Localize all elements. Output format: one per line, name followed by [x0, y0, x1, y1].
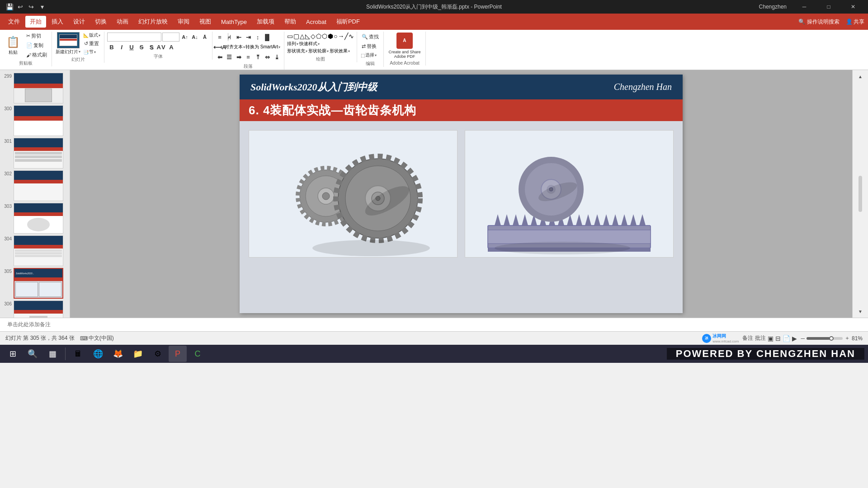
slide-thumb-306[interactable]: 306	[0, 300, 70, 318]
shape-fill-button[interactable]: 形状填充 ▾	[287, 48, 307, 54]
taskbar-settings[interactable]: ⚙	[149, 346, 167, 362]
pentagon-shape[interactable]: ⬠	[316, 33, 321, 40]
rtriangle-shape[interactable]: ◺	[305, 33, 310, 40]
menu-review[interactable]: 审阅	[173, 16, 194, 28]
start-button[interactable]: ⊞	[4, 346, 22, 362]
slide-thumb-305[interactable]: 305 SolidWorks2020...	[0, 267, 70, 300]
menu-home[interactable]: 开始	[25, 16, 46, 28]
taskbar-edge[interactable]: 🌐	[89, 346, 107, 362]
align-right-button[interactable]: ➡	[234, 52, 243, 61]
hexagon-shape[interactable]: ⬡	[322, 33, 327, 40]
new-slide-preview[interactable]	[57, 32, 80, 48]
cut-button[interactable]: ✂ 剪切	[24, 32, 49, 40]
find-button[interactable]: 🔍 查找	[360, 33, 381, 41]
octagon-shape[interactable]: ⬢	[328, 33, 333, 40]
notes-view-button[interactable]: 备注	[742, 334, 753, 342]
columns-button[interactable]: ▐▌	[263, 33, 272, 42]
zoom-out-button[interactable]: ─	[801, 335, 805, 342]
curve-shape[interactable]: ∿	[349, 33, 354, 40]
justify-button[interactable]: ≡	[244, 52, 253, 61]
scroll-down-button[interactable]: ▼	[856, 307, 865, 316]
zoom-slider[interactable]	[807, 337, 843, 340]
round-rect-shape[interactable]: ▢	[293, 33, 299, 40]
normal-view-button[interactable]: ▣	[768, 335, 774, 342]
copy-button[interactable]: 📄 复制	[24, 41, 49, 50]
menu-slideshow[interactable]: 幻灯片放映	[134, 16, 172, 28]
close-button[interactable]: ✕	[843, 0, 863, 14]
layout-button[interactable]: 📐 版式 ▾	[82, 32, 101, 39]
section-button[interactable]: 📑 节 ▾	[82, 48, 101, 56]
bullet-list-button[interactable]: ≡	[215, 33, 224, 42]
bold-button[interactable]: B	[107, 42, 116, 52]
gear-image-right[interactable]	[465, 130, 674, 258]
triangle-shape[interactable]: △	[300, 33, 305, 40]
menu-insert[interactable]: 插入	[47, 16, 68, 28]
reset-button[interactable]: ↺ 重置	[82, 39, 101, 48]
menu-design[interactable]: 设计	[69, 16, 90, 28]
menu-animation[interactable]: 动画	[112, 16, 133, 28]
arrange-button[interactable]: 排列 ▾	[287, 41, 298, 47]
slide-thumb-301[interactable]: 301	[0, 137, 70, 169]
menu-foxitpdf[interactable]: 福昕PDF	[332, 16, 364, 28]
comments-view-button[interactable]: 批注	[755, 334, 766, 342]
increase-font-button[interactable]: A↑	[180, 33, 189, 42]
italic-button[interactable]: I	[117, 42, 126, 52]
rectangle-shape[interactable]: ▭	[287, 33, 293, 40]
menu-addins[interactable]: 加载项	[252, 16, 279, 28]
shape-effect-button[interactable]: 形状效果 ▾	[330, 48, 350, 54]
reading-view-button[interactable]: 📄	[783, 335, 790, 342]
search-taskbar-button[interactable]: 🔍	[24, 346, 42, 362]
arrow-shape[interactable]: →	[338, 33, 344, 40]
taskbar-chrome[interactable]: C	[189, 346, 207, 362]
menu-view[interactable]: 视图	[195, 16, 216, 28]
slideshow-button[interactable]: ▶	[792, 335, 797, 342]
slide-thumb-299[interactable]: 299	[0, 72, 70, 104]
scroll-up-button[interactable]: ▲	[856, 72, 865, 81]
decrease-indent-button[interactable]: ⇤	[234, 33, 243, 42]
customize-icon[interactable]: ▾	[37, 2, 47, 12]
right-scrollbar[interactable]	[859, 176, 862, 212]
replace-button[interactable]: ⇄ 替换	[360, 42, 381, 51]
slide-thumb-303[interactable]: 303	[0, 202, 70, 235]
taskbar-firefox[interactable]: 🦊	[109, 346, 127, 362]
circle-shape[interactable]: ○	[334, 33, 337, 40]
font-color-button[interactable]: A	[167, 42, 176, 52]
menu-help[interactable]: 帮助	[280, 16, 301, 28]
taskbar-powerpoint[interactable]: P	[169, 346, 187, 362]
slide-thumb-304[interactable]: 304	[0, 235, 70, 267]
underline-button[interactable]: U	[127, 42, 136, 52]
align-middle-button[interactable]: ⇔	[263, 52, 272, 61]
taskbar-explorer[interactable]: 📁	[129, 346, 147, 362]
acrobat-icon[interactable]: A	[396, 33, 413, 49]
format-painter-button[interactable]: 🖌 格式刷	[24, 51, 49, 59]
align-text-dropdown[interactable]: 对齐文本 ▾	[225, 44, 245, 50]
save-icon[interactable]: 💾	[5, 2, 14, 12]
align-left-button[interactable]: ⬅	[215, 52, 224, 61]
menu-mathtype[interactable]: MathType	[217, 17, 251, 27]
font-size-selector[interactable]: ▾	[162, 33, 179, 42]
increase-indent-button[interactable]: ⇥	[244, 33, 253, 42]
redo-icon[interactable]: ↪	[26, 2, 36, 12]
menu-file[interactable]: 文件	[4, 16, 24, 28]
share-button[interactable]: 👤 共享	[846, 18, 864, 26]
gear-image-left[interactable]	[249, 130, 458, 258]
numbered-list-button[interactable]: ⑁	[225, 33, 234, 42]
maximize-button[interactable]: □	[818, 0, 839, 14]
align-bottom-button[interactable]: ⤓	[272, 52, 281, 61]
select-button[interactable]: ⬚ 选择 ▾	[360, 52, 381, 59]
quick-styles-button[interactable]: 快速样式 ▾	[299, 41, 320, 47]
diamond-shape[interactable]: ◇	[311, 33, 316, 40]
search-button[interactable]: 🔍 操作说明搜索	[798, 18, 840, 26]
text-direction-button[interactable]: ⟻A	[215, 42, 224, 52]
menu-transition[interactable]: 切换	[90, 16, 111, 28]
slide-sorter-button[interactable]: ⊟	[775, 335, 781, 342]
undo-icon[interactable]: ↩	[15, 2, 25, 12]
font-family-selector[interactable]: ▾	[107, 33, 161, 42]
new-slide-button[interactable]: 新建幻灯片 ▾	[55, 48, 81, 56]
strikethrough-button[interactable]: S	[137, 42, 146, 52]
slide-thumb-302[interactable]: 302	[0, 169, 70, 202]
zoom-in-button[interactable]: ＋	[844, 334, 850, 342]
zoom-slider-thumb[interactable]	[829, 336, 834, 341]
notes-area[interactable]: 单击此处添加备注	[0, 318, 868, 331]
menu-acrobat[interactable]: Acrobat	[302, 17, 331, 27]
